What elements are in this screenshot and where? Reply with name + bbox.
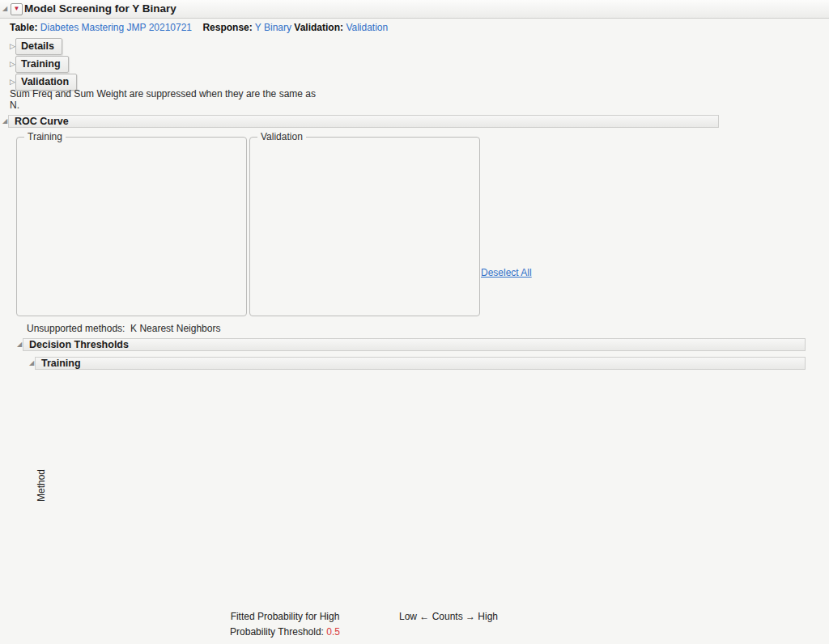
response-label: Response: xyxy=(202,22,252,33)
roc-training-group-label: Training xyxy=(24,131,66,142)
table-name-link[interactable]: Diabetes Mastering JMP 20210721 xyxy=(40,22,192,33)
roc-section-header[interactable]: ROC Curve xyxy=(8,115,719,128)
page-title: Model Screening for Y Binary xyxy=(24,2,176,15)
roc-validation-groupbox: Validation xyxy=(249,137,480,316)
validation-disclosure-icon[interactable]: ▷ xyxy=(10,78,15,86)
training-disclosure-icon[interactable]: ▷ xyxy=(10,60,15,68)
disclosure-open-icon[interactable]: ◢ xyxy=(2,6,7,12)
fitted-probability-axis-label: Fitted Probability for High xyxy=(204,611,366,622)
unsupported-methods-label: Unsupported methods: xyxy=(27,323,125,334)
roc-disclosure-icon[interactable]: ◢ xyxy=(2,118,7,125)
response-value-link[interactable]: Y Binary xyxy=(255,22,291,33)
unsupported-methods-note: Unsupported methods: K Nearest Neighbors xyxy=(27,323,220,334)
report-title-bar: ◢ ▼ Model Screening for Y Binary xyxy=(0,0,829,19)
training-button[interactable]: Training xyxy=(15,56,69,73)
decision-thresholds-section-header[interactable]: Decision Thresholds xyxy=(23,338,806,351)
roc-training-groupbox: Training xyxy=(16,137,247,316)
method-axis-label: Method xyxy=(36,453,47,518)
deselect-all-link[interactable]: Deselect All xyxy=(481,267,532,278)
details-disclosure-icon[interactable]: ▷ xyxy=(10,42,15,50)
details-button[interactable]: Details xyxy=(15,38,62,55)
probability-threshold-value[interactable]: 0.5 xyxy=(326,626,340,638)
thresholds-training-disclosure-icon[interactable]: ◢ xyxy=(29,360,34,366)
thresholds-training-section-header[interactable]: Training xyxy=(35,357,806,370)
unsupported-methods-value: K Nearest Neighbors xyxy=(130,323,220,334)
roc-validation-group-label: Validation xyxy=(257,131,306,142)
red-triangle-menu-icon[interactable]: ▼ xyxy=(11,3,23,15)
probability-threshold-label: Probability Threshold: xyxy=(230,626,324,638)
validation-value-link[interactable]: Validation xyxy=(346,22,388,33)
suppression-note-line1: Sum Freq and Sum Weight are suppressed w… xyxy=(10,88,316,100)
validation-label: Validation: xyxy=(294,22,343,33)
counts-axis-label: Low ← Counts → High xyxy=(376,611,521,622)
decision-thresholds-disclosure-icon[interactable]: ◢ xyxy=(17,341,22,348)
probability-threshold-caption: Probability Threshold: 0.5 xyxy=(204,626,366,638)
model-screening-report: ◢ ▼ Model Screening for Y Binary Table: … xyxy=(0,0,829,644)
table-label: Table: xyxy=(10,22,37,33)
suppression-note-line2: N. xyxy=(10,100,19,111)
data-info-line: Table: Diabetes Mastering JMP 20210721 R… xyxy=(10,22,388,33)
